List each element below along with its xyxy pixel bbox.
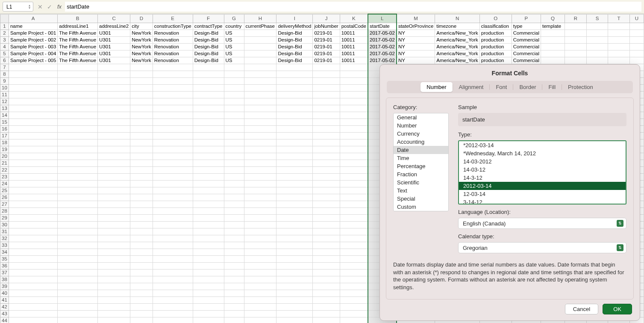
cell[interactable]: 10011 [340,50,368,57]
row-header[interactable]: 44 [0,317,9,323]
cell[interactable]: 2017-05-02 [368,50,397,57]
cell[interactable] [340,84,368,91]
row-header[interactable]: 8 [0,71,9,77]
cell[interactable] [9,221,57,228]
cell[interactable] [340,255,368,262]
cell[interactable] [98,303,130,310]
cell[interactable] [130,221,153,228]
row-header[interactable]: 29 [0,214,9,221]
cell[interactable]: Design-Bid [276,36,313,43]
category-item[interactable]: Special [394,195,448,203]
row-header[interactable]: 35 [0,255,9,262]
cell[interactable]: Design-Bid [193,50,224,57]
cell[interactable] [98,105,130,112]
row-header[interactable]: 27 [0,201,9,207]
cell[interactable] [313,228,340,235]
cell[interactable] [98,153,130,160]
row-header[interactable]: 43 [0,310,9,317]
cell[interactable] [586,30,608,36]
cell[interactable] [153,296,193,303]
column-header[interactable]: D [130,14,153,23]
category-item[interactable]: Text [394,187,448,195]
cell[interactable] [313,249,340,255]
cell[interactable] [193,283,224,290]
cell[interactable] [98,112,130,119]
cell[interactable]: 10011 [340,30,368,36]
cell[interactable] [9,98,57,105]
cell[interactable] [153,283,193,290]
cell[interactable] [224,242,244,249]
cell[interactable] [58,77,98,84]
row-header[interactable]: 13 [0,105,9,112]
cell[interactable]: NY [397,43,435,50]
cell[interactable] [58,166,98,173]
cell[interactable] [313,139,340,146]
cell[interactable] [276,180,313,187]
cell[interactable] [313,310,340,317]
cell[interactable] [98,77,130,84]
cell[interactable] [9,91,57,98]
cell[interactable] [130,119,153,125]
cell[interactable] [98,290,130,296]
cell[interactable] [276,262,313,269]
cell[interactable] [224,283,244,290]
cell[interactable] [224,173,244,180]
cell[interactable] [313,262,340,269]
cell[interactable]: NewYork [130,43,153,50]
cell[interactable] [629,36,644,43]
cell[interactable] [276,125,313,132]
cell[interactable] [98,132,130,139]
cell[interactable] [130,160,153,166]
cell[interactable] [313,112,340,119]
cell[interactable] [130,98,153,105]
type-item[interactable]: 14-03-2012 [459,157,626,166]
cell[interactable] [340,160,368,166]
category-item[interactable]: Scientific [394,178,448,187]
cell[interactable]: 0219-01 [313,36,340,43]
cell[interactable] [276,112,313,119]
cell[interactable] [313,71,340,77]
cell[interactable] [276,255,313,262]
cell[interactable] [153,207,193,214]
cell[interactable] [58,125,98,132]
cell[interactable] [153,214,193,221]
cell[interactable]: 2017-05-02 [368,30,397,36]
cell[interactable] [9,119,57,125]
cell[interactable] [58,276,98,283]
column-header[interactable]: O [479,14,512,23]
cell[interactable] [58,112,98,119]
cell[interactable]: The Fifth Avenue [58,36,98,43]
cell[interactable] [340,125,368,132]
cell[interactable] [629,43,644,50]
category-list[interactable]: GeneralNumberCurrencyAccountingDateTimeP… [393,113,449,211]
cell[interactable] [130,262,153,269]
cell[interactable] [224,296,244,303]
cell[interactable] [276,187,313,194]
cell[interactable] [98,296,130,303]
cell[interactable] [153,146,193,153]
cell[interactable]: NewYork [130,30,153,36]
cell[interactable] [313,132,340,139]
cell[interactable] [313,173,340,180]
cell[interactable]: 10011 [340,57,368,64]
cell[interactable] [193,105,224,112]
row-header[interactable]: 42 [0,303,9,310]
cell[interactable] [276,71,313,77]
cell[interactable] [340,105,368,112]
cell[interactable] [193,132,224,139]
cell[interactable] [193,166,224,173]
cell[interactable] [153,235,193,242]
cell[interactable] [340,269,368,276]
cell[interactable]: U301 [98,36,130,43]
cell[interactable] [9,64,57,71]
cell[interactable] [276,132,313,139]
cell[interactable] [130,214,153,221]
cell[interactable] [276,310,313,317]
row-header[interactable]: 32 [0,235,9,242]
cell[interactable] [130,91,153,98]
category-item[interactable]: Date [394,146,448,154]
cell[interactable] [98,173,130,180]
cell[interactable] [276,146,313,153]
cell[interactable]: Renovation [153,30,193,36]
cell[interactable] [313,98,340,105]
